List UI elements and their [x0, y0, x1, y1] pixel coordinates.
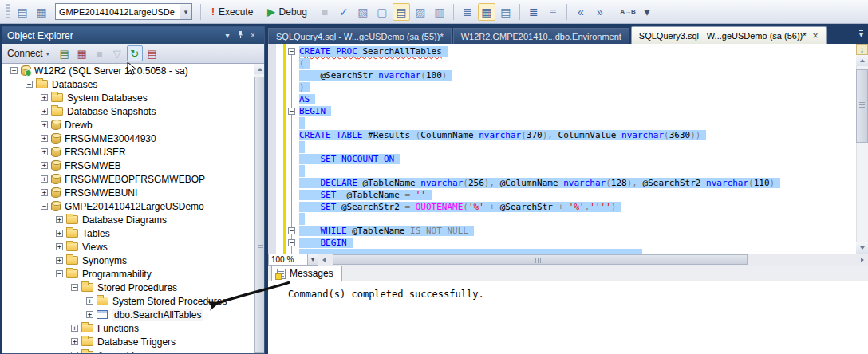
parse-query-icon[interactable]: ✓ — [335, 3, 353, 21]
scroll-right-icon[interactable] — [857, 254, 868, 266]
tree-item-programmability[interactable]: −Programmability — [2, 267, 264, 281]
editor-scrollbar-thumb[interactable] — [856, 69, 868, 143]
collapse-icon[interactable]: − — [26, 81, 33, 88]
tab-list-chevron-icon[interactable]: ▾ — [859, 30, 863, 39]
expand-icon[interactable]: + — [71, 352, 78, 353]
fold-collapse-icon[interactable]: − — [288, 239, 295, 246]
toolbar-options-chevron[interactable]: ▾ — [638, 3, 656, 21]
tree-scrollbar-thumb[interactable] — [254, 77, 264, 353]
fold-collapse-icon[interactable]: − — [288, 227, 295, 234]
expand-icon[interactable]: + — [41, 175, 48, 183]
expand-icon[interactable]: + — [41, 135, 48, 142]
tree-item-tables[interactable]: +Tables — [2, 226, 264, 240]
connect-object-explorer-icon[interactable]: ▤ — [57, 45, 73, 61]
tree-item-system-stored-procedures[interactable]: +System Stored Procedures — [2, 294, 264, 308]
expand-icon[interactable]: + — [56, 216, 63, 223]
disconnect-object-explorer-icon[interactable]: ▦ — [74, 45, 90, 61]
disconnect-connection-icon[interactable]: ▦ — [33, 3, 50, 21]
results-to-grid-icon[interactable]: ▦ — [478, 3, 495, 21]
tree-item-stored-procedures[interactable]: −Stored Procedures — [2, 281, 264, 294]
tab-sqlquery4[interactable]: SQLQuery4.sql - W...geUSDemo (sa (55))* — [268, 28, 452, 44]
tree-item-server-w12r2[interactable]: −W12R2 (SQL Server 11.0.5058 - sa) — [2, 64, 264, 77]
toolbar-grip[interactable] — [6, 4, 10, 20]
code-line[interactable]: SET @TableName = '' — [299, 189, 855, 201]
refresh-icon[interactable]: ↻ — [127, 45, 143, 61]
tab-sqlquery3[interactable]: SQLQuery3.sql - W...geUSDemo (sa (56))*× — [631, 26, 827, 44]
tree-scroll-up-icon[interactable] — [254, 64, 264, 74]
collapse-icon[interactable]: − — [56, 270, 63, 277]
expand-icon[interactable]: + — [41, 189, 48, 196]
combo-chevron-icon[interactable]: ▾ — [180, 4, 191, 19]
results-to-file-icon[interactable]: ▤ — [497, 3, 515, 21]
tree-item-dbo-searchalltables[interactable]: +dbo.SearchAllTables — [2, 308, 264, 321]
query-options-icon[interactable]: ▢ — [373, 3, 391, 21]
expand-icon[interactable]: + — [41, 108, 48, 115]
expand-icon[interactable]: + — [41, 162, 48, 169]
code-line[interactable]: BEGIN — [299, 105, 855, 117]
code-line[interactable]: ( — [299, 57, 855, 69]
tree-item-database-triggers[interactable]: +Database Triggers — [2, 335, 264, 348]
code-line[interactable]: WHILE @TableName IS NOT NULL — [299, 225, 855, 237]
change-connection-icon[interactable]: ▤ — [14, 3, 31, 21]
code-line[interactable]: CREATE TABLE #Results (ColumnName nvarch… — [299, 129, 855, 141]
tree-item-db-gmpe201410412largeusdemo[interactable]: −GMPE201410412LargeUSDemo — [2, 199, 264, 213]
tree-item-system-databases[interactable]: +System Databases — [2, 91, 264, 104]
scroll-up-icon[interactable] — [856, 55, 868, 66]
expand-icon[interactable]: + — [86, 311, 93, 318]
comment-selection-icon[interactable]: ≣ — [525, 3, 542, 21]
code-line[interactable]: BEGIN — [299, 237, 855, 249]
connect-button[interactable]: Connect ▾ — [7, 48, 49, 59]
code-line[interactable]: DECLARE @TableName nvarchar(256), @Colum… — [299, 177, 855, 189]
close-panel-icon[interactable]: × — [247, 31, 259, 40]
split-window-handle[interactable]: ↕ — [856, 44, 868, 55]
horizontal-scrollbar-thumb[interactable] — [333, 254, 748, 265]
tab-environment[interactable]: W12R2.GMPE201410...dbo.Environment — [453, 28, 629, 44]
auto-hide-pin-icon[interactable] — [234, 30, 247, 41]
tree-item-databases[interactable]: −Databases — [2, 77, 264, 91]
expand-icon[interactable]: + — [56, 243, 63, 250]
code-area[interactable]: CREATE PROC SearchAllTables( @SearchStr … — [299, 45, 855, 254]
code-line[interactable] — [299, 117, 855, 129]
tree-item-db-frsgmme30044930[interactable]: +FRSGMME30044930 — [2, 132, 264, 145]
tab-messages[interactable]: Messages — [271, 266, 342, 281]
expand-icon[interactable]: + — [41, 148, 48, 155]
tree-item-database-snapshots[interactable]: +Database Snapshots — [2, 104, 264, 118]
collapse-icon[interactable]: − — [41, 203, 48, 210]
expand-icon[interactable]: + — [86, 297, 93, 305]
expand-icon[interactable]: + — [41, 121, 48, 128]
scroll-left-icon[interactable] — [318, 254, 329, 266]
tree-item-db-drewb[interactable]: +Drewb — [2, 118, 264, 132]
tree-item-db-frsgmwebopfrsgmwebop[interactable]: +FRSGMWEBOPFRSGMWEBOP — [2, 172, 264, 186]
estimated-plan-icon[interactable]: ▧ — [354, 3, 372, 21]
fold-collapse-icon[interactable]: − — [288, 108, 295, 115]
tree-item-db-frsgmweb[interactable]: +FRSGMWEB — [2, 159, 264, 172]
increase-indent-icon[interactable]: » — [591, 3, 609, 21]
collapse-icon[interactable]: − — [10, 67, 18, 74]
code-line[interactable]: @SearchStr nvarchar(100) — [299, 69, 855, 81]
client-statistics-icon[interactable]: ▥ — [431, 3, 448, 21]
editor-horizontal-scrollbar[interactable] — [329, 254, 857, 266]
tree-scrollbar[interactable] — [254, 64, 264, 353]
expand-icon[interactable]: + — [71, 324, 78, 332]
close-tab-icon[interactable]: × — [813, 31, 819, 41]
code-line[interactable]: AS — [299, 93, 855, 105]
expand-icon[interactable]: + — [56, 230, 63, 237]
code-line[interactable]: SET NOCOUNT ON — [299, 153, 855, 165]
debug-button[interactable]: ▶Debug — [262, 4, 314, 20]
fold-collapse-icon[interactable]: − — [288, 48, 295, 55]
code-line[interactable] — [299, 213, 855, 225]
tree-item-database-diagrams[interactable]: +Database Diagrams — [2, 213, 264, 226]
sql-editor[interactable]: CREATE PROC SearchAllTables( @SearchStr … — [268, 44, 868, 254]
zoom-level-combo[interactable]: 100 % — [268, 254, 308, 266]
code-line[interactable]: SET @SearchStr2 = QUOTENAME('%' + @Searc… — [299, 201, 855, 213]
editor-vertical-scrollbar[interactable]: ↕ — [856, 44, 868, 254]
expand-icon[interactable]: + — [71, 338, 78, 345]
expand-icon[interactable]: + — [56, 257, 63, 264]
tree-item-db-frsgmwebuni[interactable]: +FRSGMWEBUNI — [2, 186, 264, 199]
intellisense-enabled-icon[interactable]: ▤ — [393, 3, 410, 21]
tree-item-assemblies[interactable]: +Assemblies — [2, 348, 264, 353]
zoom-chevron-icon[interactable]: ▾ — [308, 254, 318, 266]
code-line[interactable] — [299, 141, 855, 153]
actual-plan-icon[interactable]: ▨ — [412, 3, 429, 21]
tree-item-synonyms[interactable]: +Synonyms — [2, 254, 264, 267]
